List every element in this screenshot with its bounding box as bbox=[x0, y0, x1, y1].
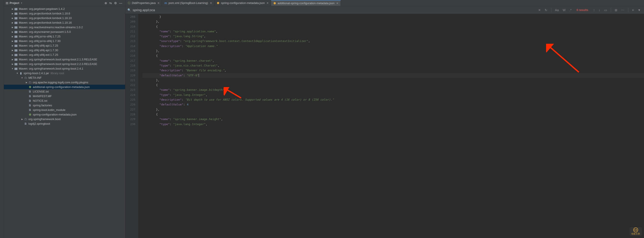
tree-label: Maven: org.slf4j:slf4j-api:1.7.25 bbox=[19, 44, 58, 47]
filter-icon[interactable]: ▼ bbox=[636, 8, 642, 12]
tree-node[interactable]: ▶▮▮Maven: org.projectlombok:lombok:1.18.… bbox=[4, 16, 125, 20]
chevron-down-icon[interactable]: ▼ bbox=[20, 2, 22, 4]
close-tab-icon[interactable]: ✕ bbox=[336, 2, 338, 5]
tree-node[interactable]: 🗎MANIFEST.MF bbox=[4, 94, 125, 98]
editor-tab[interactable]: mpom.xml (SpringBoot-Learning)✕ bbox=[162, 0, 214, 6]
library-icon: ▮▮ bbox=[14, 39, 18, 43]
code-area[interactable]: 2082092102112122132142152162172182192202… bbox=[125, 14, 644, 238]
more-icon[interactable]: ⋯ bbox=[620, 8, 626, 12]
tree-node[interactable]: ▶▮▮Maven: org.pegdown:pegdown:1.4.2 bbox=[4, 7, 125, 11]
tree-node[interactable]: ⬢additional-spring-configuration-metadat… bbox=[4, 85, 125, 89]
close-tab-icon[interactable]: ✕ bbox=[266, 2, 269, 5]
tree-node[interactable]: ▶▮▮Maven: org.skyscreamer:jsonassert:1.5… bbox=[4, 30, 125, 34]
tree-node[interactable]: ▶▮▮Maven: org.springframework.boot:sprin… bbox=[4, 57, 125, 62]
tree-label: Maven: org.springframework.boot:spring-b… bbox=[19, 58, 97, 61]
tree-twistie-icon[interactable]: ▶ bbox=[11, 8, 14, 10]
tree-label: META-INF bbox=[28, 76, 42, 79]
tree-twistie-icon[interactable]: ▶ bbox=[11, 26, 14, 29]
tree-twistie-icon[interactable]: ▼ bbox=[16, 72, 19, 74]
tree-node[interactable]: ⬢spring-configuration-metadata.json bbox=[4, 112, 125, 117]
tree-node[interactable]: ▶▮▮Maven: org.reactivestreams:reactive-s… bbox=[4, 25, 125, 30]
tree-node[interactable]: ▶▮▮Maven: org.projectlombok:lombok:1.18.… bbox=[4, 11, 125, 16]
project-panel-header: ▤ Project ▼ ⊕ ⇆ ⚙ — bbox=[4, 0, 125, 6]
tree-label: Maven: org.reactivestreams:reactive-stre… bbox=[19, 26, 83, 29]
tree-node[interactable]: ▼▮▮Maven: org.springframework.boot:sprin… bbox=[4, 66, 125, 71]
tree-twistie-icon[interactable]: ▶ bbox=[11, 40, 14, 42]
editor-tab[interactable]: ⬢additional-spring-configuration-metadat… bbox=[271, 0, 341, 6]
tree-twistie-icon[interactable]: ▶ bbox=[11, 17, 14, 19]
tree-label: Maven: org.projectlombok:lombok:1.18.6 bbox=[19, 12, 70, 15]
tree-twistie-icon[interactable]: ▶ bbox=[20, 118, 24, 120]
folder-icon: 🗀 bbox=[24, 117, 28, 121]
panel-title: Project bbox=[10, 1, 19, 5]
tree-twistie-icon[interactable]: ▶ bbox=[25, 81, 28, 84]
tree-twistie-icon[interactable]: ▶ bbox=[11, 45, 14, 47]
folder-icon: 🗀 bbox=[24, 76, 28, 79]
tree-label: org.springframework.boot bbox=[28, 117, 60, 121]
tree-twistie-icon[interactable]: ▶ bbox=[11, 22, 14, 24]
file-icon: 🗎 bbox=[28, 104, 32, 107]
folder-icon: 🗀 bbox=[28, 81, 32, 84]
editor-tab[interactable]: ⬢spring-configuration-metadata.json✕ bbox=[214, 0, 271, 6]
library-icon: ▮▮ bbox=[14, 21, 18, 24]
tree-node[interactable]: 🗎spring-boot.kotlin_module bbox=[4, 108, 125, 112]
tree-node[interactable]: ▶▮▮Maven: org.slf4j:slf4j-api:1.7.30 bbox=[4, 48, 125, 53]
tree-label: LICENSE.txt bbox=[33, 90, 49, 93]
add-selection-icon[interactable]: ⊞ bbox=[614, 8, 618, 12]
regex-icon[interactable]: .* bbox=[568, 8, 572, 12]
tree-twistie-icon[interactable]: ▼ bbox=[20, 77, 24, 79]
tree-twistie-icon[interactable]: ▶ bbox=[11, 36, 14, 38]
tree-node[interactable]: ▶▮▮Maven: org.slf4j:slf4j-ext:1.7.25 bbox=[4, 53, 125, 57]
match-case-icon[interactable]: Aa bbox=[554, 8, 560, 12]
tree-twistie-icon[interactable]: ▶ bbox=[11, 54, 14, 56]
tree-twistie-icon[interactable]: ▶ bbox=[11, 49, 14, 51]
tree-node[interactable]: ▶🗀org.apache.logging.log4j.core.config.p… bbox=[4, 80, 125, 85]
tree-node[interactable]: ▶▮▮Maven: org.springframework.boot:sprin… bbox=[4, 62, 125, 66]
editor-tab[interactable]: ⓒDidiProperties.java✕ bbox=[125, 0, 162, 6]
code-body[interactable]: } }, { "name": "spring.application.name"… bbox=[138, 14, 644, 238]
search-bar: 🔍 ✕ ↻ Aa W .* 0 results ↑ ↓ ▭ ⊞ ⋯ ≡ ▼ bbox=[125, 6, 644, 14]
tab-label: DidiProperties.java bbox=[132, 1, 156, 5]
tree-node[interactable]: ▶▮▮Maven: org.slf4j:jul-to-slf4j:1.7.25 bbox=[4, 34, 125, 39]
tree-twistie-icon[interactable]: ▶ bbox=[11, 63, 14, 65]
tree-node[interactable]: ▶▮▮Maven: org.slf4j:slf4j-api:1.7.25 bbox=[4, 43, 125, 48]
project-panel: ▤ Project ▼ ⊕ ⇆ ⚙ — ▶▮▮Maven: org.pegdow… bbox=[4, 0, 125, 238]
prev-match-icon[interactable]: ↑ bbox=[592, 8, 596, 12]
tree-node[interactable]: ▶▮▮Maven: org.slf4j:jul-to-slf4j:1.7.30 bbox=[4, 39, 125, 43]
filter-bar-icon[interactable]: ≡ bbox=[631, 8, 635, 12]
file-icon: 🗎 bbox=[28, 95, 32, 98]
tree-twistie-icon[interactable]: ▶ bbox=[11, 58, 14, 61]
tree-twistie-icon[interactable]: ▶ bbox=[11, 31, 14, 33]
tree-label: MANIFEST.MF bbox=[33, 95, 52, 98]
tree-node[interactable]: ▼▮spring-boot-2.4.1.jar library root bbox=[4, 71, 125, 76]
word-icon[interactable]: W bbox=[562, 8, 566, 12]
tree-twistie-icon[interactable]: ▼ bbox=[11, 68, 14, 70]
tree-label: org.apache.logging.log4j.core.config.plu… bbox=[33, 81, 88, 84]
minimize-icon[interactable]: — bbox=[118, 1, 123, 5]
project-tree[interactable]: ▶▮▮Maven: org.pegdown:pegdown:1.4.2▶▮▮Ma… bbox=[4, 6, 125, 238]
tree-node[interactable]: ▶▮▮Maven: org.projectlombok:lombok:1.18.… bbox=[4, 20, 125, 25]
collapse-icon[interactable]: ⇆ bbox=[108, 1, 113, 5]
tree-node[interactable]: ▼🗀META-INF bbox=[4, 76, 125, 80]
tree-twistie-icon[interactable]: ▶ bbox=[11, 13, 14, 15]
tree-node[interactable]: 🗎LICENSE.txt bbox=[4, 89, 125, 94]
next-match-icon[interactable]: ↓ bbox=[598, 8, 601, 12]
clear-search-icon[interactable]: ✕ bbox=[537, 8, 542, 12]
close-tab-icon[interactable]: ✕ bbox=[158, 2, 160, 5]
tree-node[interactable]: 🗎log4j2.springboot bbox=[4, 121, 125, 126]
select-all-icon[interactable]: ▭ bbox=[603, 8, 608, 12]
tree-label: NOTICE.txt bbox=[33, 99, 47, 102]
library-icon: ▮▮ bbox=[14, 58, 18, 61]
tab-label: additional-spring-configuration-metadata… bbox=[278, 2, 334, 5]
tree-label: Maven: org.springframework.boot:spring-b… bbox=[19, 62, 97, 66]
tree-node[interactable]: 🗎spring.factories bbox=[4, 103, 125, 108]
close-tab-icon[interactable]: ✕ bbox=[210, 2, 212, 5]
tree-label: Maven: org.projectlombok:lombok:1.18.16 bbox=[19, 21, 72, 24]
gear-icon[interactable]: ⚙ bbox=[113, 1, 118, 5]
target-icon[interactable]: ⊕ bbox=[104, 1, 108, 5]
search-input[interactable] bbox=[133, 8, 535, 12]
tree-node[interactable]: 🗎NOTICE.txt bbox=[4, 98, 125, 103]
search-icon: 🔍 bbox=[128, 8, 131, 12]
history-icon[interactable]: ↻ bbox=[544, 8, 548, 12]
tree-node[interactable]: ▶🗀org.springframework.boot bbox=[4, 117, 125, 121]
